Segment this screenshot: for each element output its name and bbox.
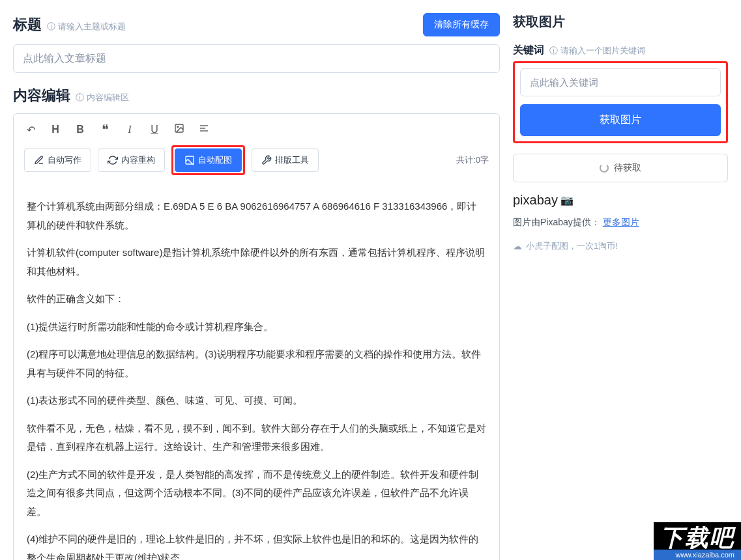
waiting-status: 待获取 xyxy=(513,154,728,182)
auto-write-button[interactable]: 自动写作 xyxy=(24,148,91,172)
paragraph: (2)程序可以满意地处理信息的数据结构。(3)说明程序功能要求和程序需要的文档的… xyxy=(27,345,486,382)
clear-cache-button[interactable]: 清除所有缓存 xyxy=(423,13,500,36)
keyword-label: 关键词 xyxy=(513,44,544,57)
image-icon[interactable] xyxy=(173,123,186,136)
editor-section-header: 内容编辑 内容编辑区 xyxy=(13,86,500,105)
waiting-label: 待获取 xyxy=(614,162,641,174)
word-count: 共计:0字 xyxy=(456,154,489,166)
watermark-url: www.xiazaiba.com xyxy=(654,550,741,560)
content-area[interactable]: 整个计算机系统由两部分组成：E.69DA 5 E 6 BA 9062616964… xyxy=(14,184,499,560)
more-images-link[interactable]: 更多图片 xyxy=(603,217,639,227)
title-label: 标题 xyxy=(13,15,42,35)
svg-point-1 xyxy=(177,126,179,128)
editor-box: ↶ H B ❝ I U 自动写作 xyxy=(13,113,500,560)
paragraph: (1)提供运行时所需功能和性能的命令或计算机程序集合。 xyxy=(27,318,486,337)
site-watermark: 下载吧 www.xiazaiba.com xyxy=(654,522,741,560)
image-credit: 图片由Pixabay提供： 更多图片 xyxy=(513,217,728,229)
action-toolbar: 自动写作 内容重构 自动配图 排版工具 xyxy=(14,145,499,184)
editor-label: 内容编辑 xyxy=(13,86,70,105)
image-panel-title: 获取图片 xyxy=(513,13,728,31)
title-section-header: 标题 请输入主题或标题 清除所有缓存 xyxy=(13,13,500,36)
auto-image-highlight: 自动配图 xyxy=(171,145,245,175)
italic-icon[interactable]: I xyxy=(123,124,136,135)
pixabay-logo: pixabay 📷 xyxy=(513,193,728,208)
paragraph: 软件的正确含义如下： xyxy=(27,290,486,309)
heading-icon[interactable]: H xyxy=(49,124,62,135)
keyword-highlight-box: 获取图片 xyxy=(513,61,728,143)
sidebar-footer-note: ☁ 小虎子配图，一次1淘币! xyxy=(513,240,728,252)
paragraph: 整个计算机系统由两部分组成：E.69DA 5 E 6 BA 9062616964… xyxy=(27,197,486,234)
auto-write-label: 自动写作 xyxy=(48,154,81,166)
editor-hint: 内容编辑区 xyxy=(76,92,129,104)
paragraph: (4)维护不同的硬件是旧的，理论上软件是旧的，并不坏，但实际上软件也是旧的和坏的… xyxy=(27,530,486,560)
layout-tool-label: 排版工具 xyxy=(275,154,309,166)
layout-tool-button[interactable]: 排版工具 xyxy=(252,148,319,172)
fetch-image-button[interactable]: 获取图片 xyxy=(520,104,721,136)
paragraph: 软件看不见，无色，枯燥，看不见，摸不到，闻不到。软件大部分存在于人们的头脑或纸上… xyxy=(27,419,486,456)
content-rebuild-label: 内容重构 xyxy=(121,154,155,166)
bold-icon[interactable]: B xyxy=(74,124,87,135)
formatting-toolbar: ↶ H B ❝ I U xyxy=(14,114,499,145)
keyword-input[interactable] xyxy=(520,68,721,96)
quote-icon[interactable]: ❝ xyxy=(98,122,111,137)
camera-icon: 📷 xyxy=(560,194,574,206)
paragraph: (2)生产方式不同的软件是开发，是人类智能的高发挥，而不是传统意义上的硬件制造。… xyxy=(27,466,486,522)
undo-icon[interactable]: ↶ xyxy=(24,124,37,136)
auto-image-label: 自动配图 xyxy=(198,154,232,166)
watermark-text: 下载吧 xyxy=(654,526,741,550)
keyword-hint: 请输入一个图片关键词 xyxy=(549,45,645,57)
main-column: 标题 请输入主题或标题 清除所有缓存 内容编辑 内容编辑区 ↶ H B ❝ I … xyxy=(13,13,500,560)
paragraph: (1)表达形式不同的硬件类型、颜色、味道、可见、可摸、可闻。 xyxy=(27,391,486,410)
article-title-input[interactable] xyxy=(13,44,500,73)
underline-icon[interactable]: U xyxy=(148,124,161,135)
auto-image-button[interactable]: 自动配图 xyxy=(175,148,242,172)
content-rebuild-button[interactable]: 内容重构 xyxy=(98,148,165,172)
align-left-icon[interactable] xyxy=(197,123,211,136)
image-sidebar: 获取图片 关键词 请输入一个图片关键词 获取图片 待获取 pixabay 📷 图… xyxy=(513,13,728,560)
cloud-icon: ☁ xyxy=(513,241,522,251)
spinner-icon xyxy=(600,163,609,173)
title-hint: 请输入主题或标题 xyxy=(47,21,126,33)
paragraph: 计算机软件(computer software)是指计算机系统中除硬件以外的所有… xyxy=(27,244,486,281)
